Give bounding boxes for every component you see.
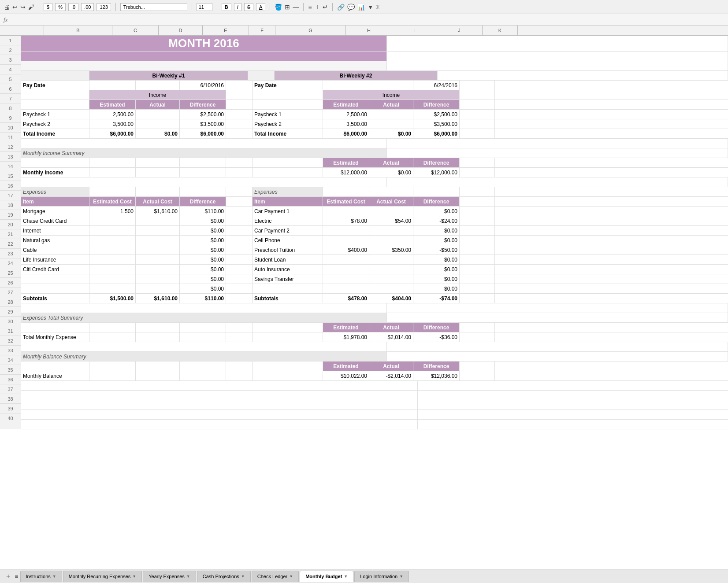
col-header-b[interactable]: B — [44, 26, 112, 35]
cable-est[interactable] — [89, 245, 136, 255]
tab-check-ledger[interactable]: Check Ledger ▼ — [252, 571, 299, 582]
total-expense-diff[interactable]: -$36.00 — [413, 332, 460, 342]
tab-cash-dropdown[interactable]: ▼ — [241, 574, 245, 579]
r5-k[interactable] — [460, 81, 495, 90]
fill-icon[interactable]: 🪣 — [275, 4, 282, 11]
r31-g[interactable] — [253, 332, 323, 342]
r14-f[interactable] — [226, 168, 253, 177]
r30-f[interactable] — [226, 323, 253, 332]
natgas-label[interactable]: Natural gas — [21, 236, 89, 245]
r6-g[interactable] — [253, 90, 323, 100]
diff-header-2[interactable]: Difference — [413, 100, 460, 109]
chase-est[interactable] — [89, 216, 136, 225]
r7-b[interactable] — [21, 100, 89, 109]
subtotals-est-1[interactable]: $1,500.00 — [89, 294, 136, 303]
r16-f[interactable] — [226, 187, 253, 196]
r13-g[interactable] — [253, 158, 323, 167]
biweekly2-header[interactable]: Bi-Weekly #2 — [275, 71, 438, 80]
r21-f[interactable] — [226, 236, 253, 245]
r13-d[interactable] — [136, 158, 180, 167]
item-header-2[interactable]: Item — [253, 197, 323, 206]
r15-empty[interactable] — [21, 177, 387, 187]
italic-btn[interactable]: I — [234, 3, 241, 11]
r16-d[interactable] — [136, 187, 180, 196]
r16-k[interactable] — [460, 187, 495, 196]
cable-label[interactable]: Cable — [21, 245, 89, 255]
est-header-2[interactable]: Estimated — [323, 100, 369, 109]
r13-k[interactable] — [460, 158, 495, 167]
electric-actual[interactable]: $54.00 — [369, 216, 413, 225]
r6-f[interactable] — [226, 90, 253, 100]
r16-e[interactable] — [180, 187, 226, 196]
paycheck2-actual-1[interactable] — [136, 119, 180, 129]
monthly-balance-est[interactable]: $10,022.00 — [323, 371, 369, 380]
paycheck1-est-1[interactable]: 2,500.00 — [89, 110, 136, 119]
car1-diff[interactable]: $0.00 — [413, 207, 460, 216]
r32-k[interactable] — [387, 342, 728, 351]
chase-diff[interactable]: $0.00 — [180, 216, 226, 225]
r4-b[interactable] — [21, 71, 89, 80]
pay-date-value-1[interactable]: 6/10/2016 — [180, 81, 226, 90]
paycheck1-diff-2[interactable]: $2,500.00 — [413, 110, 460, 119]
r17-k[interactable] — [460, 197, 495, 206]
subtotals-diff-1[interactable]: $110.00 — [180, 294, 226, 303]
align-mid-icon[interactable]: ⊥ — [315, 4, 320, 11]
expenses-label-2[interactable]: Expenses — [253, 187, 323, 196]
balance-actual-header[interactable]: Actual — [369, 362, 413, 371]
r7-g[interactable] — [253, 100, 323, 109]
font-size-input[interactable] — [197, 3, 212, 11]
r15-k[interactable] — [387, 177, 728, 187]
r9-k[interactable] — [460, 119, 495, 129]
redo-icon[interactable]: ↪ — [20, 4, 26, 11]
citi-actual[interactable] — [136, 265, 180, 274]
electric-label[interactable]: Electric — [253, 216, 323, 225]
r31-e[interactable] — [180, 332, 226, 342]
paycheck1-est-2[interactable]: 2,500.00 — [323, 110, 369, 119]
r35-e[interactable] — [180, 371, 226, 380]
actual-cost-header-2[interactable]: Actual Cost — [369, 197, 413, 206]
tab-monthly-budget[interactable]: Monthly Budget ▼ — [300, 571, 353, 582]
r34-d[interactable] — [136, 362, 180, 371]
cellphone-est[interactable] — [323, 236, 369, 245]
currency-btn[interactable]: $ — [44, 3, 52, 11]
expense-mortgage-label[interactable]: Mortgage — [21, 207, 89, 216]
col-header-j[interactable]: J — [436, 26, 483, 35]
r34-e[interactable] — [180, 362, 226, 371]
r11-empty[interactable] — [21, 139, 387, 148]
r3-k[interactable] — [387, 61, 728, 70]
total-expense-actual[interactable]: $2,014.00 — [369, 332, 413, 342]
r17-f[interactable] — [226, 197, 253, 206]
subtotals-label-1[interactable]: Subtotals — [21, 294, 89, 303]
r10-k[interactable] — [460, 129, 495, 138]
natgas-actual[interactable] — [136, 236, 180, 245]
preschool-label[interactable]: Preschool Tuition — [253, 245, 323, 255]
r35-k[interactable] — [460, 371, 495, 380]
savings-est[interactable] — [323, 274, 369, 284]
r7-f[interactable] — [226, 100, 253, 109]
r29-k[interactable] — [387, 313, 728, 322]
r27-k[interactable] — [460, 294, 495, 303]
paycheck2-est-1[interactable]: 3,500.00 — [89, 119, 136, 129]
exp-summary-diff-header[interactable]: Difference — [413, 323, 460, 332]
car2-diff[interactable]: $0.00 — [413, 226, 460, 235]
r26-f[interactable] — [226, 284, 253, 293]
subtotals-actual-2[interactable]: $404.00 — [369, 294, 413, 303]
tab-yearly-dropdown[interactable]: ▼ — [186, 574, 190, 579]
r30-b[interactable] — [21, 323, 89, 332]
r26-b[interactable] — [21, 284, 89, 293]
autoins-est[interactable] — [323, 265, 369, 274]
expense-summary-label[interactable]: Expenses Total Summary — [21, 313, 387, 322]
total-income-label-1[interactable]: Total Income — [21, 129, 89, 138]
col-header-i[interactable]: I — [392, 26, 436, 35]
paycheck1-label-1[interactable]: Paycheck 1 — [21, 110, 89, 119]
r40[interactable] — [21, 420, 418, 429]
percent-btn[interactable]: % — [55, 3, 66, 11]
r36[interactable] — [21, 381, 418, 390]
paycheck2-est-2[interactable]: 3,500.00 — [323, 119, 369, 129]
col-header-f[interactable]: F — [249, 26, 275, 35]
col-header-g[interactable]: G — [275, 26, 346, 35]
student-diff[interactable]: $0.00 — [413, 255, 460, 264]
r25-c[interactable] — [89, 274, 136, 284]
balance-summary-label[interactable]: Monthly Balance Summary — [21, 352, 387, 361]
item-header-1[interactable]: Item — [21, 197, 89, 206]
